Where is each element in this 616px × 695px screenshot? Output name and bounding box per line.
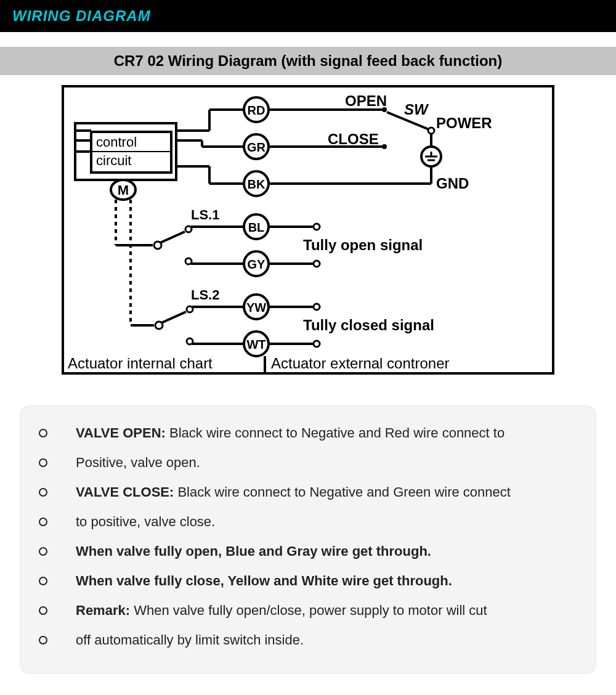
ls2-label: LS.2	[191, 287, 219, 303]
header-bar: WIRING DIAGRAM	[0, 0, 616, 32]
note-line: Remark: When valve fully open/close, pow…	[39, 601, 577, 620]
wire-rd-label: RD	[248, 104, 265, 117]
note-line: Positive, valve open.	[39, 453, 577, 473]
svg-point-51	[428, 128, 434, 134]
note-line: to positive, valve close.	[39, 512, 577, 532]
page-title: WIRING DIAGRAM	[12, 7, 151, 25]
svg-point-66	[314, 341, 320, 347]
note-line: VALVE OPEN: Black wire connect to Negati…	[39, 423, 577, 443]
close-label: CLOSE	[328, 131, 379, 147]
gnd-label: GND	[436, 175, 469, 192]
closed-signal-label: Tully closed signal	[303, 317, 434, 333]
svg-point-62	[314, 261, 320, 267]
bullet-icon	[39, 577, 47, 585]
sw-label: SW	[404, 101, 429, 118]
svg-point-43	[187, 338, 193, 344]
svg-point-47	[382, 107, 387, 112]
open-signal-label: Tully open signal	[303, 237, 423, 253]
motor-label: M	[118, 182, 129, 198]
external-controller-label: Actuator external controner	[271, 355, 450, 372]
note-line: VALVE CLOSE: Black wire connect to Negat…	[39, 482, 577, 502]
svg-line-33	[160, 232, 185, 243]
svg-point-34	[185, 226, 192, 232]
svg-line-41	[161, 312, 186, 323]
power-label: POWER	[436, 115, 492, 131]
svg-point-35	[185, 258, 192, 264]
svg-point-64	[314, 304, 320, 310]
control-circuit-label-l2: circuit	[96, 153, 131, 168]
bullet-icon	[39, 606, 47, 615]
wire-yw-label: YW	[246, 301, 266, 314]
bullet-icon	[39, 547, 47, 556]
diagram-container: Actuator internal chart Actuator externa…	[0, 75, 616, 375]
ls1-label: LS.1	[191, 207, 219, 222]
notes-panel: VALVE OPEN: Black wire connect to Negati…	[20, 405, 596, 674]
bullet-icon	[39, 518, 47, 526]
control-circuit-label-l1: control	[96, 134, 137, 150]
note-line: When valve fully close, Yellow and White…	[39, 571, 577, 591]
bullet-icon	[39, 636, 47, 644]
wire-bl-label: BL	[248, 221, 265, 234]
wire-bk-label: BK	[248, 177, 265, 191]
svg-point-60	[314, 224, 320, 230]
note-line: When valve fully open, Blue and Gray wir…	[39, 542, 577, 561]
open-label: OPEN	[345, 92, 387, 109]
internal-chart-label: Actuator internal chart	[68, 355, 213, 372]
wire-gy-label: GY	[248, 258, 266, 271]
bullet-icon	[39, 429, 47, 437]
wire-gr-label: GR	[247, 140, 266, 154]
wire-wt-label: WT	[246, 338, 265, 351]
bullet-icon	[39, 458, 47, 467]
note-line: off automatically by limit switch inside…	[39, 630, 577, 650]
svg-point-42	[187, 306, 193, 312]
diagram-title: CR7 02 Wiring Diagram (with signal feed …	[114, 52, 503, 70]
svg-point-49	[382, 144, 387, 149]
bullet-icon	[39, 488, 47, 497]
wiring-diagram: Actuator internal chart Actuator externa…	[62, 85, 554, 375]
subheader-bar: CR7 02 Wiring Diagram (with signal feed …	[0, 47, 616, 75]
